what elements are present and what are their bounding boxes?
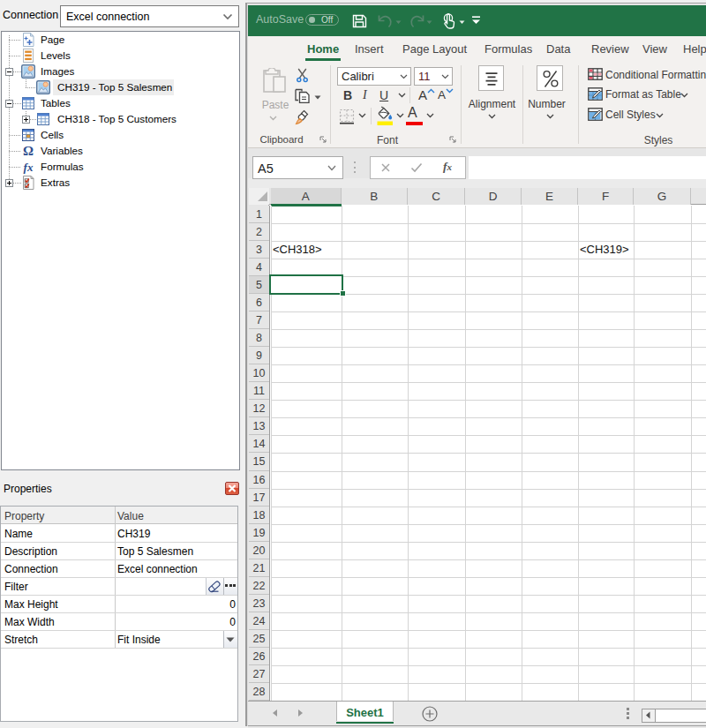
svg-text:fx: fx: [24, 161, 34, 174]
svg-text:Ω: Ω: [23, 144, 34, 158]
